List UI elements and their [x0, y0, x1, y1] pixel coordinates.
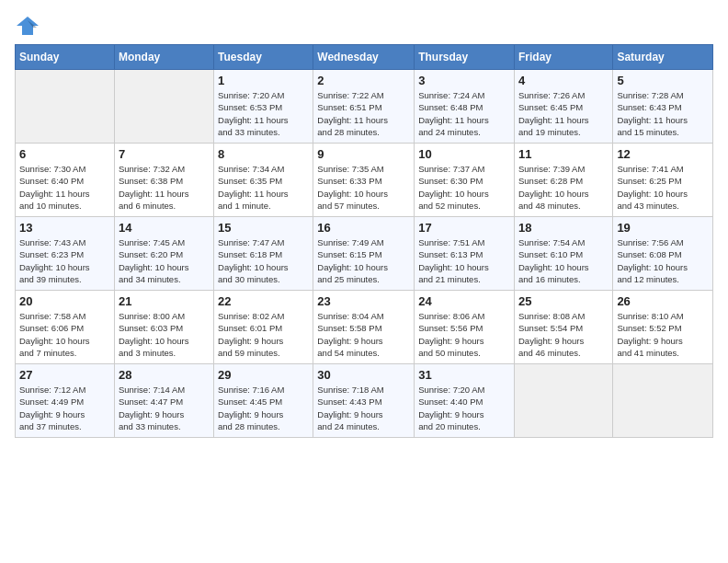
logo [15, 15, 44, 37]
day-number: 13 [19, 221, 110, 235]
day-info: Sunrise: 7:43 AM Sunset: 6:23 PM Dayligh… [19, 236, 110, 285]
calendar-table: SundayMondayTuesdayWednesdayThursdayFrid… [15, 44, 713, 438]
weekday-header: Saturday [613, 45, 713, 70]
day-number: 26 [617, 294, 709, 308]
calendar-week-row: 6Sunrise: 7:30 AM Sunset: 6:40 PM Daylig… [16, 144, 713, 217]
day-number: 4 [518, 74, 609, 87]
calendar-cell: 16Sunrise: 7:49 AM Sunset: 6:15 PM Dayli… [313, 217, 415, 291]
calendar-cell: 22Sunrise: 8:02 AM Sunset: 6:01 PM Dayli… [214, 291, 313, 364]
weekday-header: Tuesday [214, 45, 313, 70]
day-info: Sunrise: 7:20 AM Sunset: 6:53 PM Dayligh… [218, 89, 309, 138]
calendar-cell: 11Sunrise: 7:39 AM Sunset: 6:28 PM Dayli… [514, 144, 612, 217]
calendar-cell [613, 364, 713, 438]
day-info: Sunrise: 8:10 AM Sunset: 5:52 PM Dayligh… [617, 310, 709, 359]
day-info: Sunrise: 7:37 AM Sunset: 6:30 PM Dayligh… [418, 163, 510, 212]
calendar-week-row: 27Sunrise: 7:12 AM Sunset: 4:49 PM Dayli… [16, 364, 713, 438]
day-info: Sunrise: 7:47 AM Sunset: 6:18 PM Dayligh… [218, 236, 309, 285]
day-info: Sunrise: 7:20 AM Sunset: 4:40 PM Dayligh… [418, 384, 510, 432]
day-number: 25 [518, 294, 609, 308]
calendar-cell: 13Sunrise: 7:43 AM Sunset: 6:23 PM Dayli… [16, 217, 115, 291]
calendar-cell: 6Sunrise: 7:30 AM Sunset: 6:40 PM Daylig… [16, 144, 115, 217]
day-number: 22 [218, 294, 309, 308]
day-number: 17 [418, 221, 510, 235]
calendar-cell: 23Sunrise: 8:04 AM Sunset: 5:58 PM Dayli… [313, 291, 415, 364]
calendar-cell: 29Sunrise: 7:16 AM Sunset: 4:45 PM Dayli… [214, 364, 313, 438]
calendar-cell: 2Sunrise: 7:22 AM Sunset: 6:51 PM Daylig… [313, 70, 415, 144]
calendar-cell: 18Sunrise: 7:54 AM Sunset: 6:10 PM Dayli… [514, 217, 612, 291]
day-number: 29 [218, 368, 309, 382]
calendar-cell: 28Sunrise: 7:14 AM Sunset: 4:47 PM Dayli… [114, 364, 213, 438]
day-info: Sunrise: 7:24 AM Sunset: 6:48 PM Dayligh… [418, 89, 510, 138]
calendar-cell: 5Sunrise: 7:28 AM Sunset: 6:43 PM Daylig… [613, 70, 713, 144]
svg-marker-0 [17, 17, 39, 35]
calendar-cell: 27Sunrise: 7:12 AM Sunset: 4:49 PM Dayli… [16, 364, 115, 438]
day-number: 21 [119, 294, 210, 308]
day-number: 31 [418, 368, 510, 382]
day-number: 3 [418, 74, 510, 87]
calendar-cell: 30Sunrise: 7:18 AM Sunset: 4:43 PM Dayli… [313, 364, 415, 438]
day-info: Sunrise: 7:16 AM Sunset: 4:45 PM Dayligh… [218, 384, 309, 432]
calendar-week-row: 20Sunrise: 7:58 AM Sunset: 6:06 PM Dayli… [16, 291, 713, 364]
day-number: 6 [19, 147, 110, 161]
calendar-cell: 24Sunrise: 8:06 AM Sunset: 5:56 PM Dayli… [415, 291, 515, 364]
day-number: 8 [218, 147, 309, 161]
calendar-cell: 9Sunrise: 7:35 AM Sunset: 6:33 PM Daylig… [313, 144, 415, 217]
calendar-cell: 19Sunrise: 7:56 AM Sunset: 6:08 PM Dayli… [613, 217, 713, 291]
logo-icon [15, 15, 40, 37]
day-number: 14 [119, 221, 210, 235]
day-info: Sunrise: 7:28 AM Sunset: 6:43 PM Dayligh… [617, 89, 709, 138]
day-number: 24 [418, 294, 510, 308]
day-number: 5 [617, 74, 709, 87]
day-number: 11 [518, 147, 609, 161]
calendar-cell: 14Sunrise: 7:45 AM Sunset: 6:20 PM Dayli… [114, 217, 213, 291]
day-number: 18 [518, 221, 609, 235]
calendar-cell [16, 70, 115, 144]
day-number: 7 [119, 147, 210, 161]
day-info: Sunrise: 7:26 AM Sunset: 6:45 PM Dayligh… [518, 89, 609, 138]
day-info: Sunrise: 8:08 AM Sunset: 5:54 PM Dayligh… [518, 310, 609, 359]
day-number: 19 [617, 221, 709, 235]
day-number: 30 [317, 368, 410, 382]
calendar-cell: 7Sunrise: 7:32 AM Sunset: 6:38 PM Daylig… [114, 144, 213, 217]
day-info: Sunrise: 8:02 AM Sunset: 6:01 PM Dayligh… [218, 310, 309, 359]
day-info: Sunrise: 7:56 AM Sunset: 6:08 PM Dayligh… [617, 236, 709, 285]
weekday-header: Wednesday [313, 45, 415, 70]
calendar-week-row: 13Sunrise: 7:43 AM Sunset: 6:23 PM Dayli… [16, 217, 713, 291]
calendar-cell: 10Sunrise: 7:37 AM Sunset: 6:30 PM Dayli… [415, 144, 515, 217]
calendar-cell: 31Sunrise: 7:20 AM Sunset: 4:40 PM Dayli… [415, 364, 515, 438]
day-info: Sunrise: 8:00 AM Sunset: 6:03 PM Dayligh… [119, 310, 210, 359]
day-info: Sunrise: 7:45 AM Sunset: 6:20 PM Dayligh… [119, 236, 210, 285]
calendar-cell: 1Sunrise: 7:20 AM Sunset: 6:53 PM Daylig… [214, 70, 313, 144]
day-info: Sunrise: 7:18 AM Sunset: 4:43 PM Dayligh… [317, 384, 410, 432]
day-info: Sunrise: 7:49 AM Sunset: 6:15 PM Dayligh… [317, 236, 410, 285]
day-number: 23 [317, 294, 410, 308]
day-number: 28 [119, 368, 210, 382]
day-info: Sunrise: 7:30 AM Sunset: 6:40 PM Dayligh… [19, 163, 110, 212]
calendar-cell: 25Sunrise: 8:08 AM Sunset: 5:54 PM Dayli… [514, 291, 612, 364]
day-number: 9 [317, 147, 410, 161]
day-info: Sunrise: 7:14 AM Sunset: 4:47 PM Dayligh… [119, 384, 210, 432]
day-number: 1 [218, 74, 309, 87]
day-number: 12 [617, 147, 709, 161]
day-info: Sunrise: 7:22 AM Sunset: 6:51 PM Dayligh… [317, 89, 410, 138]
calendar-cell: 15Sunrise: 7:47 AM Sunset: 6:18 PM Dayli… [214, 217, 313, 291]
day-info: Sunrise: 7:39 AM Sunset: 6:28 PM Dayligh… [518, 163, 609, 212]
day-info: Sunrise: 7:34 AM Sunset: 6:35 PM Dayligh… [218, 163, 309, 212]
calendar-cell: 4Sunrise: 7:26 AM Sunset: 6:45 PM Daylig… [514, 70, 612, 144]
day-number: 15 [218, 221, 309, 235]
weekday-header: Sunday [16, 45, 115, 70]
day-info: Sunrise: 7:12 AM Sunset: 4:49 PM Dayligh… [19, 384, 110, 432]
day-info: Sunrise: 8:04 AM Sunset: 5:58 PM Dayligh… [317, 310, 410, 359]
calendar-cell [514, 364, 612, 438]
day-info: Sunrise: 7:41 AM Sunset: 6:25 PM Dayligh… [617, 163, 709, 212]
weekday-header: Friday [514, 45, 612, 70]
day-info: Sunrise: 7:35 AM Sunset: 6:33 PM Dayligh… [317, 163, 410, 212]
day-number: 27 [19, 368, 110, 382]
calendar-cell: 26Sunrise: 8:10 AM Sunset: 5:52 PM Dayli… [613, 291, 713, 364]
day-info: Sunrise: 7:32 AM Sunset: 6:38 PM Dayligh… [119, 163, 210, 212]
weekday-header: Monday [114, 45, 213, 70]
day-number: 20 [19, 294, 110, 308]
calendar-week-row: 1Sunrise: 7:20 AM Sunset: 6:53 PM Daylig… [16, 70, 713, 144]
day-info: Sunrise: 7:51 AM Sunset: 6:13 PM Dayligh… [418, 236, 510, 285]
calendar-cell: 8Sunrise: 7:34 AM Sunset: 6:35 PM Daylig… [214, 144, 313, 217]
